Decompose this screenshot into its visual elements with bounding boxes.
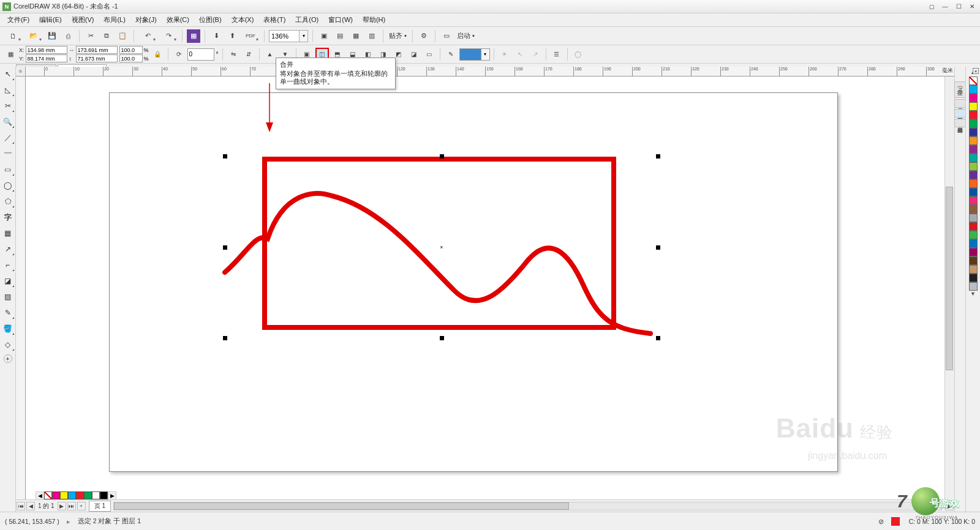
palette-swatch[interactable]	[969, 145, 978, 154]
selection-handle-ne[interactable]	[656, 154, 660, 159]
shape-tool-icon[interactable]: ◺	[2, 84, 14, 96]
outline-width-combo[interactable]: ▾	[459, 48, 490, 61]
scale-x-input[interactable]	[119, 46, 143, 54]
menu-edit[interactable]: 编辑(E)	[34, 14, 67, 26]
dropshadow-tool-icon[interactable]: ◪	[2, 275, 14, 287]
palette-swatch[interactable]	[969, 162, 978, 171]
doc-palette-swatch[interactable]	[52, 491, 60, 499]
csui-button[interactable]	[926, 2, 937, 11]
palette-swatch[interactable]	[969, 205, 978, 214]
table-tool-icon[interactable]: ▦	[2, 227, 14, 239]
selection-handle-e[interactable]	[656, 245, 660, 250]
palette-swatch[interactable]	[969, 128, 978, 136]
zoom-tool-icon[interactable]: 🔍	[2, 116, 14, 128]
next-page-button[interactable]: ▶	[58, 502, 66, 510]
scale-y-input[interactable]	[119, 54, 143, 62]
freehand-tool-icon[interactable]: ／	[2, 132, 14, 144]
artistic-media-icon[interactable]: 〰	[2, 147, 14, 160]
connector-tool-icon[interactable]: ⌐	[2, 259, 14, 271]
show-guidelines-button[interactable]: ▥	[365, 29, 379, 43]
maximize-button[interactable]	[953, 2, 964, 11]
export-button[interactable]: ⬆	[225, 29, 239, 43]
zoom-input[interactable]	[269, 30, 300, 42]
palette-scroll-left-icon[interactable]: ◀	[36, 491, 44, 500]
palette-close-icon[interactable]: ×	[973, 68, 979, 74]
quick-customize-icon[interactable]: +	[4, 354, 12, 363]
eyedropper-tool-icon[interactable]: ✎	[2, 307, 14, 319]
hscroll-thumb[interactable]	[114, 502, 569, 510]
docker-objmgr[interactable]: 对象书务器	[954, 119, 966, 127]
selection-handle-se[interactable]	[656, 336, 660, 340]
canvas[interactable]: × Baidu经验 jingyan.baidu.com	[26, 77, 954, 499]
minimize-button[interactable]	[940, 2, 951, 11]
drawing-objects[interactable]	[124, 101, 736, 438]
x-input[interactable]	[26, 46, 67, 54]
palette-swatch[interactable]	[969, 154, 978, 162]
add-page-button[interactable]: +	[77, 502, 86, 510]
mirror-h-button[interactable]: ⇋	[227, 48, 240, 61]
palette-swatch[interactable]	[969, 222, 978, 231]
lock-ratio-button[interactable]: 🔒	[151, 48, 164, 61]
menu-layout[interactable]: 布局(L)	[99, 14, 130, 26]
palette-swatch[interactable]	[969, 239, 978, 248]
copy-button[interactable]: ⧉	[100, 29, 113, 43]
dimension-tool-icon[interactable]: ↗	[2, 243, 14, 255]
to-front-page-button[interactable]: ▲	[263, 48, 277, 61]
menu-text[interactable]: 文本(X)	[227, 14, 259, 26]
menu-help[interactable]: 帮助(H)	[358, 14, 390, 26]
rotation-input[interactable]	[187, 48, 214, 61]
search-content-button[interactable]: ▦	[187, 29, 200, 43]
y-input[interactable]	[26, 54, 67, 62]
show-grid-button[interactable]: ▦	[349, 29, 363, 43]
palette-swatch[interactable]	[969, 102, 978, 111]
menu-bitmaps[interactable]: 位图(B)	[194, 14, 227, 26]
palette-swatch[interactable]	[969, 196, 978, 205]
mirror-v-button[interactable]: ⇵	[242, 48, 255, 61]
menu-object[interactable]: 对象(J)	[130, 14, 162, 26]
open-button[interactable]: 📂	[24, 29, 43, 43]
page-tab-1[interactable]: 页 1	[89, 501, 111, 512]
zoom-combo[interactable]: ▾	[269, 30, 308, 42]
palette-swatch[interactable]	[969, 214, 978, 222]
doc-palette-swatch[interactable]	[76, 491, 84, 499]
selection-center-icon[interactable]: ×	[440, 245, 443, 249]
selection-handle-w[interactable]	[223, 245, 227, 250]
vertical-scrollbar[interactable]	[944, 77, 954, 499]
options-button[interactable]: ⚙	[417, 29, 431, 43]
horizontal-scrollbar[interactable]	[113, 502, 942, 510]
menu-tools[interactable]: 工具(O)	[290, 14, 323, 26]
docker-objprops[interactable]: 对象属性	[954, 109, 966, 118]
rectangle-tool-icon[interactable]: ▭	[2, 163, 14, 176]
back-minus-front-button[interactable]: ◪	[407, 48, 421, 61]
palette-swatch[interactable]	[969, 282, 978, 291]
palette-swatch[interactable]	[969, 256, 978, 265]
ruler-horizontal[interactable]: 毫米 -20-100102030405060708090100110120130…	[26, 67, 954, 77]
paste-button[interactable]: 📋	[116, 29, 129, 43]
palette-swatch[interactable]	[969, 274, 978, 282]
palette-scroll-down-icon[interactable]: ▼	[970, 291, 976, 298]
selection-handle-s[interactable]	[440, 336, 444, 340]
import-button[interactable]: ⬇	[209, 29, 223, 43]
close-button[interactable]	[967, 2, 978, 11]
palette-swatch[interactable]	[969, 248, 978, 256]
dropdown-icon[interactable]: ▾	[481, 48, 490, 61]
width-input[interactable]	[76, 46, 118, 54]
snap-label[interactable]: 贴齐 •	[388, 31, 408, 40]
save-button[interactable]: 💾	[45, 29, 59, 43]
docker-hints[interactable]: 提示(N)	[954, 81, 966, 98]
prev-page-button[interactable]: ◀	[26, 502, 35, 510]
crop-tool-icon[interactable]: ✂	[2, 100, 14, 112]
palette-swatch[interactable]	[969, 136, 978, 145]
no-fill-swatch[interactable]	[44, 491, 52, 499]
palette-swatch[interactable]	[969, 171, 978, 179]
selection-handle-n[interactable]	[440, 154, 444, 159]
undo-button[interactable]: ↶	[138, 29, 157, 43]
doc-palette-swatch[interactable]	[68, 491, 76, 499]
fullscreen-preview-button[interactable]: ▣	[317, 29, 331, 43]
first-page-button[interactable]: ⏮	[17, 502, 25, 510]
pick-tool-icon[interactable]: ↖	[2, 68, 14, 80]
show-rulers-button[interactable]: ▤	[333, 29, 347, 43]
palette-swatch[interactable]	[969, 231, 978, 239]
print-button[interactable]: ⎙	[61, 29, 75, 43]
preset-position-icon[interactable]: ▦	[4, 48, 17, 61]
